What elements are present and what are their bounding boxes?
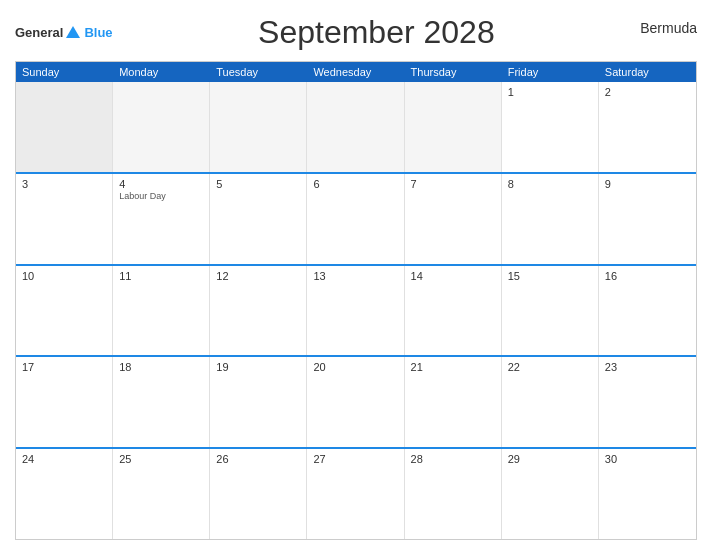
day-cell-11: 11 <box>113 266 210 356</box>
page-header: General Blue September 2028 Bermuda <box>15 10 697 55</box>
day-number: 19 <box>216 361 300 373</box>
day-cell-25: 25 <box>113 449 210 539</box>
day-number: 3 <box>22 178 106 190</box>
day-number: 27 <box>313 453 397 465</box>
day-number: 6 <box>313 178 397 190</box>
day-header-saturday: Saturday <box>599 62 696 82</box>
day-cell-17: 17 <box>16 357 113 447</box>
day-cell-15: 15 <box>502 266 599 356</box>
day-cell-29: 29 <box>502 449 599 539</box>
day-number: 22 <box>508 361 592 373</box>
day-cell-9: 9 <box>599 174 696 264</box>
day-number: 30 <box>605 453 690 465</box>
day-header-sunday: Sunday <box>16 62 113 82</box>
day-cell-23: 23 <box>599 357 696 447</box>
day-headers-row: SundayMondayTuesdayWednesdayThursdayFrid… <box>16 62 696 82</box>
day-cell-7: 7 <box>405 174 502 264</box>
empty-cell <box>210 82 307 172</box>
day-cell-1: 1 <box>502 82 599 172</box>
week-row-5: 24252627282930 <box>16 447 696 539</box>
week-row-3: 10111213141516 <box>16 264 696 356</box>
day-number: 20 <box>313 361 397 373</box>
day-cell-14: 14 <box>405 266 502 356</box>
day-number: 29 <box>508 453 592 465</box>
day-number: 5 <box>216 178 300 190</box>
day-number: 24 <box>22 453 106 465</box>
day-cell-22: 22 <box>502 357 599 447</box>
day-header-wednesday: Wednesday <box>307 62 404 82</box>
day-cell-30: 30 <box>599 449 696 539</box>
day-number: 9 <box>605 178 690 190</box>
logo-triangle-icon <box>66 26 80 38</box>
calendar-grid: SundayMondayTuesdayWednesdayThursdayFrid… <box>15 61 697 540</box>
day-cell-8: 8 <box>502 174 599 264</box>
day-cell-13: 13 <box>307 266 404 356</box>
day-cell-20: 20 <box>307 357 404 447</box>
empty-cell <box>307 82 404 172</box>
day-cell-6: 6 <box>307 174 404 264</box>
day-number: 25 <box>119 453 203 465</box>
day-number: 12 <box>216 270 300 282</box>
day-number: 13 <box>313 270 397 282</box>
day-cell-21: 21 <box>405 357 502 447</box>
day-number: 4 <box>119 178 203 190</box>
week-row-4: 17181920212223 <box>16 355 696 447</box>
day-number: 16 <box>605 270 690 282</box>
day-cell-5: 5 <box>210 174 307 264</box>
day-cell-2: 2 <box>599 82 696 172</box>
logo-blue: Blue <box>84 25 112 40</box>
month-title: September 2028 <box>113 14 641 51</box>
empty-cell <box>16 82 113 172</box>
day-number: 28 <box>411 453 495 465</box>
day-cell-27: 27 <box>307 449 404 539</box>
day-number: 21 <box>411 361 495 373</box>
day-number: 7 <box>411 178 495 190</box>
day-number: 15 <box>508 270 592 282</box>
calendar-weeks: 1234Labour Day56789101112131415161718192… <box>16 82 696 539</box>
day-header-tuesday: Tuesday <box>210 62 307 82</box>
day-number: 14 <box>411 270 495 282</box>
day-number: 10 <box>22 270 106 282</box>
day-cell-10: 10 <box>16 266 113 356</box>
day-cell-3: 3 <box>16 174 113 264</box>
day-header-thursday: Thursday <box>405 62 502 82</box>
day-cell-12: 12 <box>210 266 307 356</box>
week-row-2: 34Labour Day56789 <box>16 172 696 264</box>
logo-general: General <box>15 25 63 40</box>
day-cell-24: 24 <box>16 449 113 539</box>
day-number: 1 <box>508 86 592 98</box>
calendar-page: General Blue September 2028 Bermuda Sund… <box>0 0 712 550</box>
logo: General Blue <box>15 24 113 42</box>
day-number: 26 <box>216 453 300 465</box>
week-row-1: 12 <box>16 82 696 172</box>
day-cell-4: 4Labour Day <box>113 174 210 264</box>
day-number: 11 <box>119 270 203 282</box>
day-number: 8 <box>508 178 592 190</box>
day-cell-28: 28 <box>405 449 502 539</box>
day-number: 18 <box>119 361 203 373</box>
holiday-label: Labour Day <box>119 191 203 201</box>
day-cell-18: 18 <box>113 357 210 447</box>
region-label: Bermuda <box>640 20 697 36</box>
day-cell-19: 19 <box>210 357 307 447</box>
day-header-friday: Friday <box>502 62 599 82</box>
day-number: 17 <box>22 361 106 373</box>
empty-cell <box>113 82 210 172</box>
day-number: 23 <box>605 361 690 373</box>
day-cell-16: 16 <box>599 266 696 356</box>
day-number: 2 <box>605 86 690 98</box>
day-header-monday: Monday <box>113 62 210 82</box>
day-cell-26: 26 <box>210 449 307 539</box>
empty-cell <box>405 82 502 172</box>
